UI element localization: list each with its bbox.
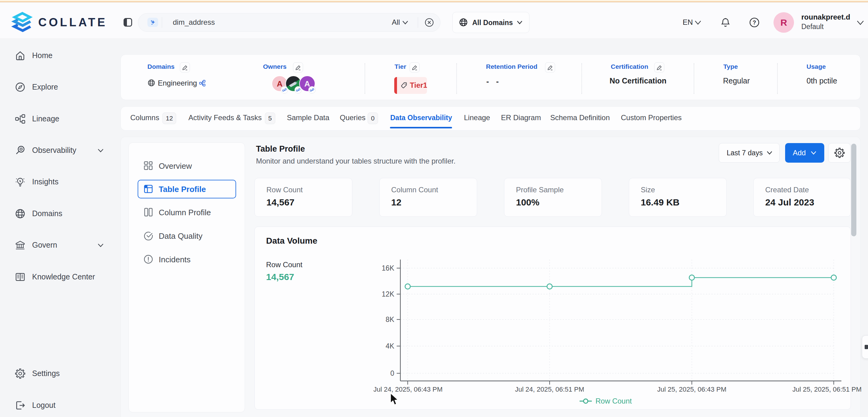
svg-text:8K: 8K — [386, 316, 395, 323]
svg-text:4K: 4K — [386, 342, 395, 350]
svg-text:16K: 16K — [382, 264, 395, 272]
svg-text:12K: 12K — [382, 290, 395, 298]
svg-text:Jul 24, 2025, 06:43 PM: Jul 24, 2025, 06:43 PM — [373, 386, 442, 393]
svg-text:Jul 24, 2025, 06:51 PM: Jul 24, 2025, 06:51 PM — [515, 386, 584, 393]
svg-text:0: 0 — [390, 369, 394, 377]
svg-text:Jul 25, 2025, 06:51 PM: Jul 25, 2025, 06:51 PM — [793, 386, 862, 393]
svg-text:?: ? — [753, 20, 756, 26]
svg-text:Jul 25, 2025, 06:43 PM: Jul 25, 2025, 06:43 PM — [657, 386, 726, 393]
